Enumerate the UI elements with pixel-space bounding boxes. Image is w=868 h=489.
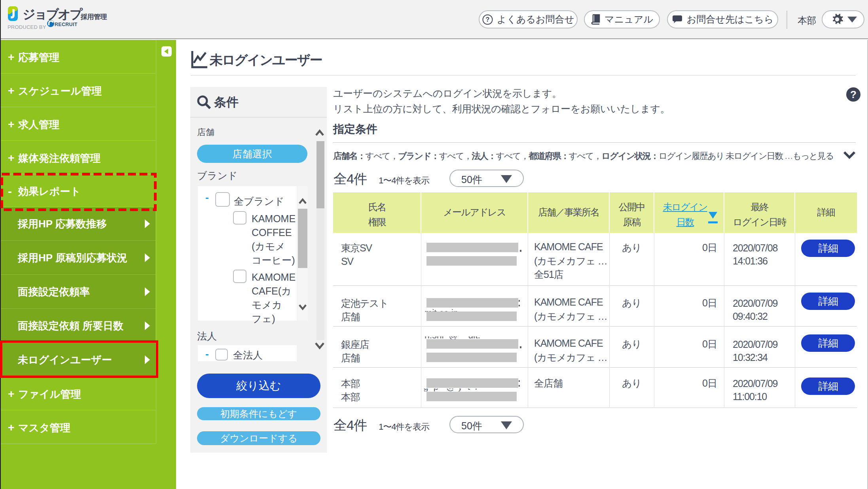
svg-text:RECRUIT: RECRUIT [55,22,78,27]
svg-text:?: ? [485,16,489,23]
